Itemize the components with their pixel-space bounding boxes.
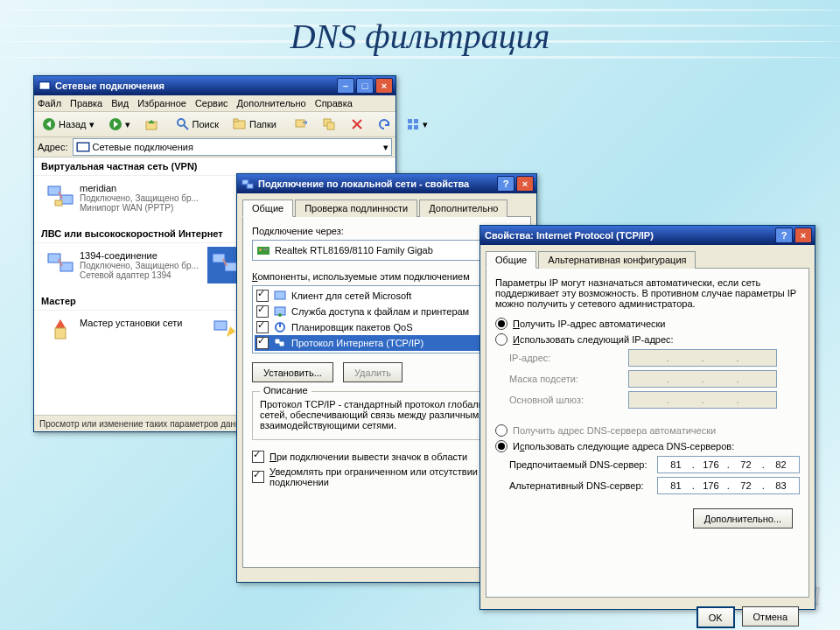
- connection-item[interactable]: 1394-соединениеПодключено, Защищено бр..…: [43, 247, 207, 284]
- mask-field: ...: [628, 370, 777, 388]
- wizard-icon: [46, 318, 74, 346]
- radio-auto-ip[interactable]: [495, 318, 508, 330]
- description-legend: Описание: [260, 385, 312, 396]
- uninstall-button: Удалить: [343, 362, 402, 382]
- svg-rect-32: [275, 291, 285, 299]
- svg-rect-9: [296, 120, 304, 127]
- forward-icon: [108, 117, 122, 131]
- tab-auth[interactable]: Проверка подлинности: [295, 200, 417, 217]
- move-button[interactable]: [289, 114, 313, 135]
- gw-label: Основной шлюз:: [509, 395, 623, 405]
- menu-edit[interactable]: Правка: [70, 98, 102, 108]
- tab-general[interactable]: Общие: [242, 200, 293, 217]
- menu-fav[interactable]: Избранное: [137, 98, 186, 108]
- help-button[interactable]: ?: [497, 176, 514, 192]
- radio-manual-dns[interactable]: [495, 440, 508, 452]
- dns1-label: Предпочитаемый DNS-сервер:: [509, 459, 652, 470]
- checkbox-icon[interactable]: [256, 337, 269, 349]
- menu-file[interactable]: Файл: [38, 98, 61, 108]
- radio-auto-ip-label: Получить IP-адрес автоматически: [513, 318, 665, 329]
- views-button[interactable]: ▾: [401, 114, 433, 135]
- undo-icon: [378, 117, 392, 131]
- svg-rect-21: [48, 254, 60, 262]
- explorer-titlebar[interactable]: Сетевые подключения – □ ×: [34, 76, 396, 95]
- close-button[interactable]: ×: [794, 228, 812, 243]
- search-button[interactable]: Поиск: [171, 114, 224, 135]
- svg-point-5: [178, 119, 185, 126]
- menu-tools[interactable]: Сервис: [195, 98, 228, 108]
- delete-icon: [350, 117, 364, 131]
- tray-checkbox[interactable]: [252, 451, 264, 463]
- mask-label: Маска подсети:: [509, 374, 623, 384]
- network-icon: [211, 250, 239, 278]
- nic-icon: [256, 243, 270, 257]
- ok-button[interactable]: OK: [696, 606, 735, 628]
- back-icon: [42, 117, 56, 131]
- folders-button[interactable]: Папки: [228, 114, 282, 135]
- search-icon: [176, 117, 190, 131]
- address-bar: Адрес: Сетевые подключения ▾: [34, 137, 396, 158]
- radio-manual-ip[interactable]: [495, 333, 508, 346]
- radio-manual-ip-label: Использовать следующий IP-адрес:: [513, 334, 674, 345]
- close-button[interactable]: ×: [375, 78, 393, 94]
- checkbox-icon[interactable]: [256, 305, 269, 318]
- qos-icon: [273, 320, 287, 334]
- notify-checkbox[interactable]: [252, 471, 264, 483]
- network-icon: [46, 183, 74, 211]
- svg-point-34: [278, 313, 282, 317]
- folders-icon: [233, 117, 247, 131]
- checkbox-icon[interactable]: [256, 290, 269, 302]
- svg-rect-22: [60, 262, 73, 271]
- conn-titlebar[interactable]: Подключение по локальной сети - свойства…: [237, 174, 536, 193]
- advanced-button[interactable]: Дополнительно...: [693, 508, 793, 528]
- back-button[interactable]: Назад ▾: [37, 114, 100, 135]
- cancel-button[interactable]: Отмена: [742, 606, 799, 626]
- radio-manual-dns-label: Использовать следующие адреса DNS-сервер…: [513, 441, 734, 452]
- copy-button[interactable]: [317, 114, 341, 135]
- description-text: Протокол TCP/IP - стандартный протокол г…: [260, 399, 514, 430]
- explorer-menu[interactable]: Файл Правка Вид Избранное Сервис Дополни…: [34, 95, 396, 112]
- location-icon: [76, 140, 90, 154]
- svg-rect-25: [55, 328, 66, 339]
- connection-icon: [242, 178, 254, 190]
- tab-advanced[interactable]: Дополнительно: [419, 200, 508, 217]
- tab-alt[interactable]: Альтернативная конфигурация: [538, 251, 696, 269]
- network-icon: [46, 250, 74, 278]
- install-button[interactable]: Установить...: [252, 362, 333, 382]
- forward-button[interactable]: ▾: [103, 114, 136, 135]
- checkbox-icon[interactable]: [256, 321, 269, 333]
- maximize-button[interactable]: □: [356, 78, 374, 94]
- svg-line-6: [184, 125, 188, 130]
- wizard-item[interactable]: Мастер установки сети: [43, 314, 207, 349]
- menu-view[interactable]: Вид: [111, 98, 129, 108]
- minimize-button[interactable]: –: [337, 78, 354, 94]
- up-button[interactable]: [139, 114, 164, 135]
- menu-help[interactable]: Справка: [315, 98, 353, 108]
- svg-rect-28: [247, 184, 253, 188]
- ip-titlebar[interactable]: Свойства: Internet Protocol (TCP/IP) ? ×: [480, 226, 815, 245]
- connection-item[interactable]: meridianПодключено, Защищено бр... Минип…: [43, 179, 207, 216]
- svg-rect-12: [408, 119, 412, 123]
- menu-additional[interactable]: Дополнительно: [237, 98, 306, 108]
- address-field[interactable]: Сетевые подключения ▾: [73, 138, 392, 156]
- close-button[interactable]: ×: [516, 176, 534, 192]
- radio-auto-dns: [495, 424, 508, 437]
- fileshare-icon: [273, 304, 287, 318]
- ip-info: Параметры IP могут назначаться автоматич…: [495, 277, 800, 309]
- slide-title: DNS фильтрация: [0, 16, 840, 57]
- svg-rect-20: [55, 200, 62, 206]
- network-connections-icon: [38, 80, 51, 92]
- ip-title: Свойства: Internet Protocol (TCP/IP): [485, 230, 775, 241]
- svg-rect-13: [414, 119, 418, 123]
- views-icon: [406, 117, 420, 131]
- svg-rect-11: [327, 122, 334, 130]
- undo-button[interactable]: [373, 114, 397, 135]
- help-button[interactable]: ?: [775, 228, 793, 243]
- explorer-toolbar: Назад ▾ ▾ Поиск Папки ▾: [34, 112, 396, 137]
- dns2-field[interactable]: 81. 176. 72. 83: [657, 477, 800, 494]
- tab-general[interactable]: Общие: [486, 251, 536, 269]
- dns1-field[interactable]: 81. 176. 72. 82: [657, 456, 800, 473]
- delete-button[interactable]: [345, 114, 369, 135]
- tray-label: При подключении вывести значок в области: [270, 452, 467, 462]
- radio-auto-dns-label: Получить адрес DNS-сервера автоматически: [513, 425, 716, 436]
